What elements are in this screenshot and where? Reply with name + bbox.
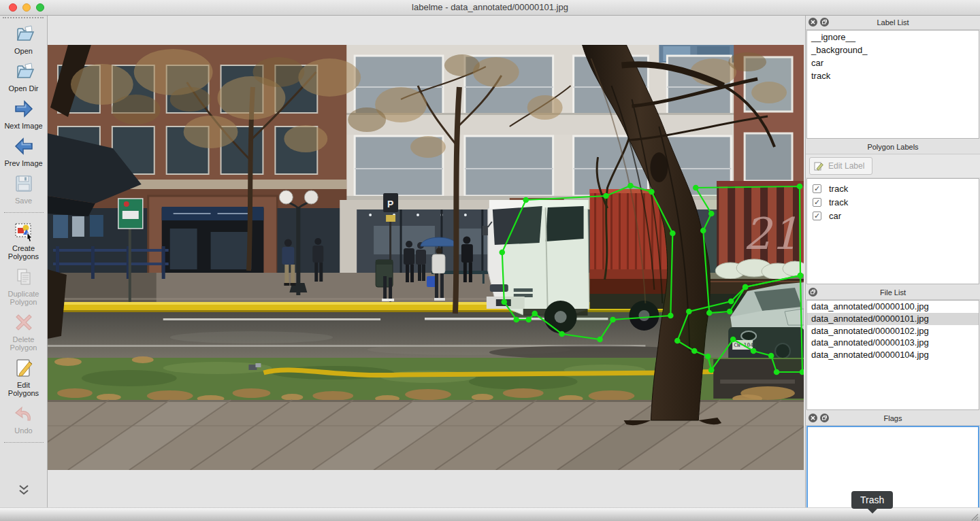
toolbar: OpenOpen DirNext ImagePrev ImageSaveCrea… xyxy=(0,16,48,507)
polygon-vertex[interactable] xyxy=(768,353,774,359)
polygon-visibility-checkbox[interactable]: ✓ xyxy=(813,198,821,207)
file-list-item[interactable]: data_annotated/00000101.jpg xyxy=(807,313,979,325)
polygon-vertex[interactable] xyxy=(774,369,780,375)
trash-tooltip: Trash xyxy=(851,491,893,509)
tool-prev-image[interactable]: Prev Image xyxy=(1,135,46,167)
polygon-vertex[interactable] xyxy=(532,311,538,317)
polygon-visibility-checkbox[interactable]: ✓ xyxy=(813,212,821,220)
tool-duplicate-polygon[interactable]: Duplicate Polygon xyxy=(1,265,46,306)
polygon-labels-toolbar: Edit Label xyxy=(806,154,980,178)
edit-label-button[interactable]: Edit Label xyxy=(809,157,872,175)
polygon-vertex[interactable] xyxy=(700,228,706,234)
toolbar-separator xyxy=(4,212,44,213)
close-window-button[interactable] xyxy=(9,3,17,12)
window-title: labelme - data_annotated/00000101.jpg xyxy=(0,0,980,15)
polygon-vertex[interactable] xyxy=(597,337,603,343)
polygon-vertex[interactable] xyxy=(649,189,655,195)
tool-open[interactable]: Open xyxy=(1,22,46,55)
polygon-vertex[interactable] xyxy=(500,250,506,256)
polygon-vertex[interactable] xyxy=(674,338,681,344)
polygon-vertex[interactable] xyxy=(730,337,736,343)
polygon-vertex[interactable] xyxy=(728,299,734,305)
flags-close-button[interactable] xyxy=(808,414,817,424)
polygon-vertex[interactable] xyxy=(691,348,698,354)
flags-float-button[interactable] xyxy=(820,414,829,424)
status-bar xyxy=(0,507,980,521)
polygon-vertex[interactable] xyxy=(559,331,565,337)
tool-edit-polygons[interactable]: Edit Polygons xyxy=(1,356,46,397)
polygon-vertex[interactable] xyxy=(627,183,634,189)
annotated-photo[interactable]: 21 xyxy=(48,45,804,470)
polygon-vertex[interactable] xyxy=(742,284,749,290)
polygon-vertex[interactable] xyxy=(751,348,757,354)
tool-undo[interactable]: Undo xyxy=(1,402,46,435)
tool-label: Open xyxy=(1,47,46,55)
polygon-label-item[interactable]: ✓car xyxy=(807,209,979,222)
save-icon xyxy=(12,172,35,195)
undo-icon xyxy=(12,402,35,424)
polygon-label-text: track xyxy=(829,184,848,194)
label-list-float-button[interactable] xyxy=(820,18,829,28)
toolbar-overflow-button[interactable] xyxy=(15,484,33,499)
polygon-vertex[interactable] xyxy=(610,317,616,323)
tool-label: Delete Polygon xyxy=(1,335,46,352)
zoom-window-button[interactable] xyxy=(36,3,44,12)
polygon-vertex[interactable] xyxy=(798,273,804,279)
file-list-item[interactable]: data_annotated/00000103.jpg xyxy=(807,337,979,349)
annotation-polygon-track[interactable] xyxy=(500,183,676,343)
annotation-overlay[interactable] xyxy=(48,45,804,470)
edit-polygons-icon xyxy=(12,356,35,379)
polygon-vertex[interactable] xyxy=(686,309,692,315)
file-list-item[interactable]: data_annotated/00000100.jpg xyxy=(807,301,979,313)
polygon-vertex[interactable] xyxy=(708,211,715,217)
tool-next-image[interactable]: Next Image xyxy=(1,97,46,130)
canvas-area: 21 xyxy=(48,16,805,507)
tool-save[interactable]: Save xyxy=(1,172,46,205)
file-list[interactable]: data_annotated/00000100.jpgdata_annotate… xyxy=(806,300,979,410)
polygon-labels-panel: Polygon Labels Edit Label ✓track✓track✓c… xyxy=(806,140,980,284)
polygon-vertex[interactable] xyxy=(705,354,711,360)
toolbar-drag-handle[interactable] xyxy=(3,17,44,18)
traffic-lights xyxy=(9,3,44,12)
tool-label: Create Polygons xyxy=(1,244,46,260)
label-list-item[interactable]: _background_ xyxy=(807,44,979,56)
file-list-title: File List xyxy=(880,288,906,297)
next-image-icon xyxy=(12,97,35,120)
label-list-close-button[interactable] xyxy=(808,18,817,28)
delete-polygon-icon xyxy=(12,311,35,333)
polygon-vertex[interactable] xyxy=(797,184,803,190)
file-list-float-button[interactable] xyxy=(808,288,817,298)
label-list-panel: Label List __ignore___background_cartrac… xyxy=(806,16,980,139)
polygon-label-item[interactable]: ✓track xyxy=(807,182,979,195)
polygon-vertex[interactable] xyxy=(513,317,519,323)
label-list-item[interactable]: track xyxy=(807,69,979,82)
polygon-labels-list[interactable]: ✓track✓track✓car xyxy=(806,178,979,284)
minimize-window-button[interactable] xyxy=(22,3,31,12)
polygon-vertex[interactable] xyxy=(603,193,609,199)
tool-open-dir[interactable]: Open Dir xyxy=(1,60,46,93)
label-list-item[interactable]: __ignore__ xyxy=(807,31,979,44)
polygon-vertex[interactable] xyxy=(523,197,529,203)
label-list[interactable]: __ignore___background_cartrack xyxy=(806,30,979,139)
polygon-vertex[interactable] xyxy=(708,367,715,373)
file-list-item[interactable]: data_annotated/00000104.jpg xyxy=(807,349,979,361)
polygon-visibility-checkbox[interactable]: ✓ xyxy=(813,184,821,193)
tool-create-polygons[interactable]: Create Polygons xyxy=(1,220,46,260)
tool-label: Undo xyxy=(1,426,46,435)
tool-label: Edit Polygons xyxy=(1,381,46,397)
polygon-vertex[interactable] xyxy=(502,299,508,305)
title-bar: labelme - data_annotated/00000101.jpg xyxy=(0,0,980,16)
polygon-label-item[interactable]: ✓track xyxy=(807,195,979,209)
toolbar-separator xyxy=(4,442,44,443)
label-list-item[interactable]: car xyxy=(807,56,979,69)
file-list-item[interactable]: data_annotated/00000102.jpg xyxy=(807,325,979,337)
resize-grip[interactable] xyxy=(970,512,979,521)
open-icon xyxy=(12,22,35,45)
prev-image-icon xyxy=(12,135,35,157)
flags-header: Flags xyxy=(806,411,980,426)
polygon-vertex[interactable] xyxy=(525,317,532,323)
polygon-vertex[interactable] xyxy=(668,313,674,319)
polygon-vertex[interactable] xyxy=(693,185,699,191)
polygon-vertex[interactable] xyxy=(670,231,676,237)
tool-delete-polygon[interactable]: Delete Polygon xyxy=(1,311,46,352)
